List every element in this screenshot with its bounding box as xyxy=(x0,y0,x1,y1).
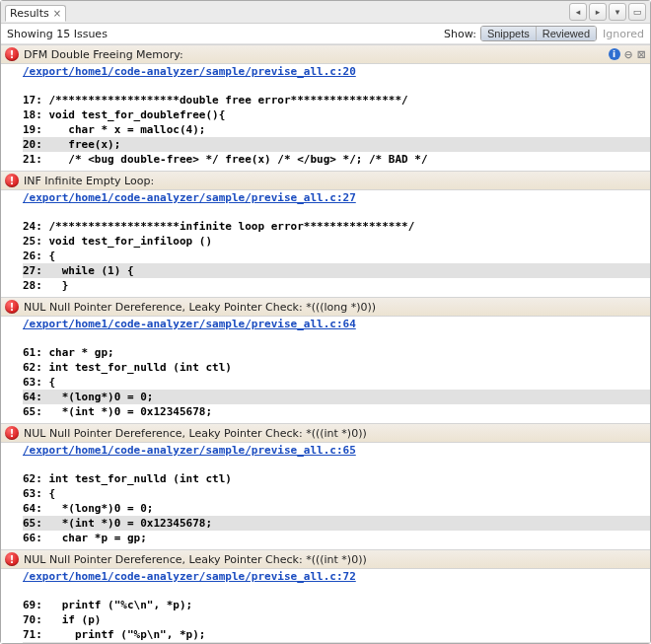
nav-next-button[interactable]: ▸ xyxy=(589,3,607,21)
issue-header[interactable]: ! NUL Null Pointer Dereference, Leaky Po… xyxy=(1,297,650,317)
snippets-button[interactable]: Snippets xyxy=(481,27,536,40)
dismiss-icon[interactable]: ⊠ xyxy=(637,48,646,61)
tab-label: Results xyxy=(10,7,49,20)
tab-results[interactable]: Results × xyxy=(5,5,66,22)
reviewed-button[interactable]: Reviewed xyxy=(536,27,596,40)
file-path-link[interactable]: /export/home1/code-analyzer/sample/previ… xyxy=(23,318,356,330)
collapse-icon[interactable]: ⊖ xyxy=(624,48,633,61)
issue-title: NUL Null Pointer Dereference, Leaky Poin… xyxy=(24,427,367,440)
error-icon: ! xyxy=(5,174,19,187)
error-icon: ! xyxy=(5,300,19,314)
code-snippet: 61: char * gp; 62: int test_for_nulld (i… xyxy=(23,330,650,419)
error-icon: ! xyxy=(5,552,19,566)
summary-bar: Showing 15 Issues Show: Snippets Reviewe… xyxy=(1,24,650,44)
close-icon[interactable]: × xyxy=(53,8,61,19)
issue-body: /export/home1/code-analyzer/sample/previ… xyxy=(1,569,650,643)
issue-title: DFM Double Freeing Memory: xyxy=(24,48,183,61)
issue-header[interactable]: ! DFM Double Freeing Memory: i ⊖ ⊠ xyxy=(1,44,650,64)
tab-bar: Results × ◂ ▸ ▾ ▭ xyxy=(1,1,650,24)
issue-header[interactable]: ! NUL Null Pointer Dereference, Leaky Po… xyxy=(1,423,650,443)
issue-body: /export/home1/code-analyzer/sample/previ… xyxy=(1,190,650,297)
error-icon: ! xyxy=(5,47,19,61)
error-icon: ! xyxy=(5,426,19,440)
issue-body: /export/home1/code-analyzer/sample/previ… xyxy=(1,317,650,423)
show-label: Show: xyxy=(444,28,476,40)
issue-body: /export/home1/code-analyzer/sample/previ… xyxy=(1,64,650,171)
dropdown-button[interactable]: ▾ xyxy=(609,3,626,21)
issue-title: INF Infinite Empty Loop: xyxy=(24,175,154,187)
code-snippet: 69: printf ("%c\n", *p); 70: if (p) 71: … xyxy=(23,583,650,643)
nav-prev-button[interactable]: ◂ xyxy=(569,3,587,21)
file-path-link[interactable]: /export/home1/code-analyzer/sample/previ… xyxy=(23,444,356,457)
issue-title: NUL Null Pointer Dereference, Leaky Poin… xyxy=(24,553,367,566)
code-snippet: 62: int test_for_nulld (int ctl) 63: { 6… xyxy=(23,457,650,545)
view-mode-segment: Snippets Reviewed xyxy=(480,26,597,41)
file-path-link[interactable]: /export/home1/code-analyzer/sample/previ… xyxy=(23,191,356,204)
issue-count-label: Showing 15 Issues xyxy=(7,28,108,40)
info-icon[interactable]: i xyxy=(609,48,620,60)
file-path-link[interactable]: /export/home1/code-analyzer/sample/previ… xyxy=(23,570,356,583)
issue-header[interactable]: ! NUL Null Pointer Dereference, Leaky Po… xyxy=(1,549,650,569)
minimize-button[interactable]: ▭ xyxy=(628,3,646,21)
code-snippet: 24: /*******************infinite loop er… xyxy=(23,204,650,293)
ignored-button[interactable]: Ignored xyxy=(603,28,644,40)
issue-title: NUL Null Pointer Dereference, Leaky Poin… xyxy=(24,301,376,314)
issue-body: /export/home1/code-analyzer/sample/previ… xyxy=(1,443,650,549)
code-snippet: 17: /*******************double free erro… xyxy=(23,78,650,167)
issue-list[interactable]: ! DFM Double Freeing Memory: i ⊖ ⊠ /expo… xyxy=(1,44,650,643)
file-path-link[interactable]: /export/home1/code-analyzer/sample/previ… xyxy=(23,65,356,78)
issue-header[interactable]: ! INF Infinite Empty Loop: xyxy=(1,171,650,190)
